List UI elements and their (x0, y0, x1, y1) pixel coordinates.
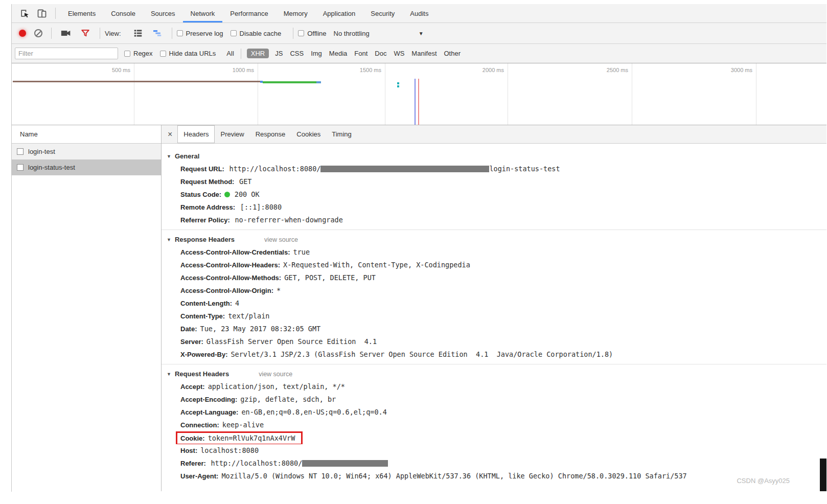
offline-checkbox[interactable] (298, 30, 304, 36)
filter-type-img[interactable]: Img (311, 50, 322, 57)
timeline-gridline (632, 63, 632, 125)
devtools-panel: Elements Console Sources Network Perform… (11, 4, 826, 492)
header-value: GlassFish Server Open Source Edition 4.1 (206, 337, 377, 346)
close-icon[interactable]: × (168, 130, 172, 139)
header-value: true (293, 248, 310, 256)
tab-timing[interactable]: Timing (326, 125, 357, 143)
header-line-status-code: Status Code: 200 OK (162, 188, 826, 201)
tab-application[interactable]: Application (315, 4, 363, 22)
request-row-login-test[interactable]: login-test (12, 144, 161, 159)
request-bar-login-status-test[interactable] (263, 81, 316, 83)
tab-security[interactable]: Security (363, 4, 402, 22)
request-row-login-status-test[interactable]: login-status-test (12, 159, 161, 175)
filter-type-doc[interactable]: Doc (375, 50, 386, 57)
header-value: login-status-test (489, 165, 560, 173)
filter-type-media[interactable]: Media (329, 50, 347, 57)
tab-console[interactable]: Console (103, 4, 143, 22)
toolbar-divider (55, 8, 56, 19)
name-column-header[interactable]: Name (12, 125, 161, 144)
header-line: Access-Control-Allow-Origin:* (162, 284, 826, 297)
header-key: Access-Control-Allow-Origin: (180, 287, 273, 294)
section-request-headers[interactable]: ▼ Request Headers view source (162, 368, 826, 380)
filter-type-other[interactable]: Other (444, 50, 461, 57)
header-value: GET (239, 177, 251, 186)
header-key: Content-Type: (180, 312, 225, 320)
header-value: en-GB,en;q=0.8,en-US;q=0.6,el;q=0.4 (241, 408, 386, 416)
timeline-gridline (385, 63, 385, 125)
preserve-log-checkbox[interactable] (177, 30, 183, 36)
header-key: Date: (180, 325, 197, 333)
hide-data-urls-checkbox[interactable] (160, 51, 166, 57)
filter-input[interactable] (15, 48, 118, 59)
timeline-tick: 500 ms (99, 67, 130, 73)
filter-type-manifest[interactable]: Manifest (411, 50, 437, 57)
header-value: token=RlVuk7q1nAx4VrW (208, 434, 295, 442)
capture-screenshots-icon[interactable] (60, 29, 72, 38)
header-key: Remote Address: (180, 203, 235, 211)
network-overview[interactable]: 500 ms 1000 ms 1500 ms 2000 ms 2500 ms 3… (12, 63, 826, 125)
header-line: Connection:keep-alive (162, 419, 826, 431)
filter-type-js[interactable]: JS (275, 50, 283, 57)
tab-response[interactable]: Response (250, 125, 291, 143)
disable-cache-checkbox[interactable] (231, 30, 237, 36)
disclosure-triangle-icon[interactable]: ▼ (167, 154, 171, 159)
view-source-link[interactable]: view source (259, 371, 292, 378)
view-source-link[interactable]: view source (264, 236, 298, 243)
header-key: Access-Control-Allow-Headers: (180, 261, 280, 269)
network-split: Name login-test login-status-test × Head… (12, 125, 826, 491)
filter-type-xhr[interactable]: XHR (247, 49, 269, 58)
timeline-gridline (258, 63, 258, 125)
timeline-gridline (508, 63, 508, 125)
request-bar-login-test[interactable] (13, 81, 260, 82)
chevron-down-icon[interactable]: ▼ (419, 31, 424, 36)
throttling-select[interactable]: No throttling (334, 30, 370, 37)
record-icon[interactable] (19, 30, 26, 37)
header-key: Server: (180, 338, 203, 346)
tab-audits[interactable]: Audits (402, 4, 436, 22)
header-value: Tue, 23 May 2017 08:32:05 GMT (200, 325, 321, 333)
section-general[interactable]: ▼ General (162, 150, 826, 163)
tab-performance[interactable]: Performance (222, 4, 275, 22)
header-line: Access-Control-Allow-Methods:GET, POST, … (162, 271, 826, 284)
use-large-rows-icon[interactable] (132, 29, 144, 38)
header-line: Host:localhost:8080 (162, 444, 826, 457)
disclosure-triangle-icon[interactable]: ▼ (167, 372, 171, 377)
filter-funnel-icon[interactable] (80, 29, 91, 38)
header-key: Access-Control-Allow-Methods: (180, 274, 281, 282)
device-toolbar-icon[interactable] (36, 8, 48, 19)
header-value: http://localhost:8080/ (229, 165, 321, 173)
inspect-element-icon[interactable] (18, 8, 31, 19)
tab-sources[interactable]: Sources (143, 4, 183, 22)
disclosure-triangle-icon[interactable]: ▼ (167, 237, 171, 242)
tab-headers[interactable]: Headers (177, 125, 215, 143)
section-title: General (175, 152, 199, 160)
filter-type-ws[interactable]: WS (394, 50, 404, 57)
header-key: X-Powered-By: (180, 351, 227, 358)
header-key: Accept: (180, 383, 205, 391)
scrollbar-thumb[interactable] (820, 459, 826, 491)
redaction-block (302, 460, 388, 467)
tab-elements[interactable]: Elements (60, 4, 103, 22)
section-response-headers[interactable]: ▼ Response Headers view source (162, 233, 826, 246)
details-tab-bar: × Headers Preview Response Cookies Timin… (162, 125, 826, 144)
tab-network[interactable]: Network (183, 4, 223, 22)
timeline-tick: 1500 ms (350, 67, 381, 73)
request-bar-tip (316, 81, 321, 83)
filter-type-css[interactable]: CSS (290, 50, 304, 57)
show-overview-icon[interactable] (152, 29, 163, 38)
clear-icon[interactable] (34, 29, 42, 37)
header-line: Accept-Language:en-GB,en;q=0.8,en-US;q=0… (162, 406, 826, 419)
header-value: http://localhost:8080/ (211, 459, 302, 467)
filter-type-all[interactable]: All (226, 50, 234, 57)
status-ok-icon (224, 192, 230, 197)
tab-memory[interactable]: Memory (276, 4, 315, 22)
filter-type-font[interactable]: Font (354, 50, 367, 57)
tab-preview[interactable]: Preview (215, 125, 249, 143)
header-value: application/json, text/plain, */* (208, 382, 345, 391)
header-value: keep-alive (222, 421, 264, 429)
header-line-cookie: Cookie:token=RlVuk7q1nAx4VrW (162, 431, 826, 444)
regex-checkbox[interactable] (124, 51, 130, 57)
header-value: X-Requested-With, Content-Type, X-Coding… (283, 261, 470, 269)
header-value: 4 (235, 299, 239, 307)
tab-cookies[interactable]: Cookies (291, 125, 326, 143)
